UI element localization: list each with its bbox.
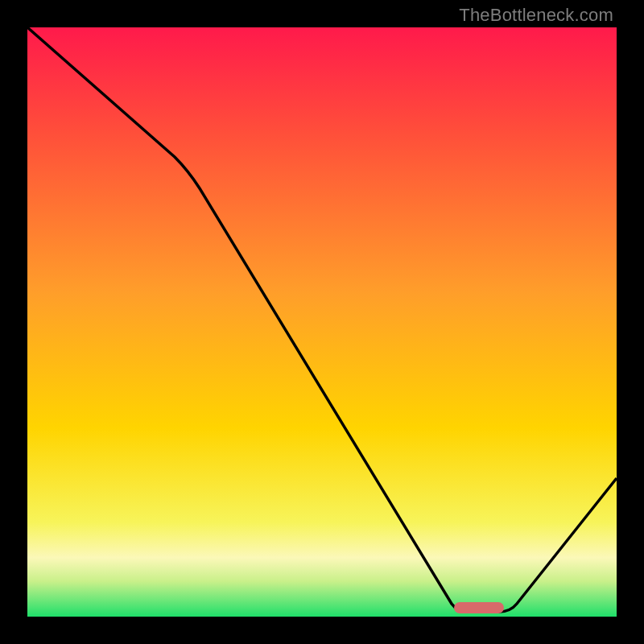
gradient-background [27, 27, 617, 617]
chart-frame [0, 0, 644, 644]
optimal-range-marker [454, 602, 504, 613]
chart-canvas [27, 27, 617, 617]
watermark-text: TheBottleneck.com [459, 5, 613, 26]
